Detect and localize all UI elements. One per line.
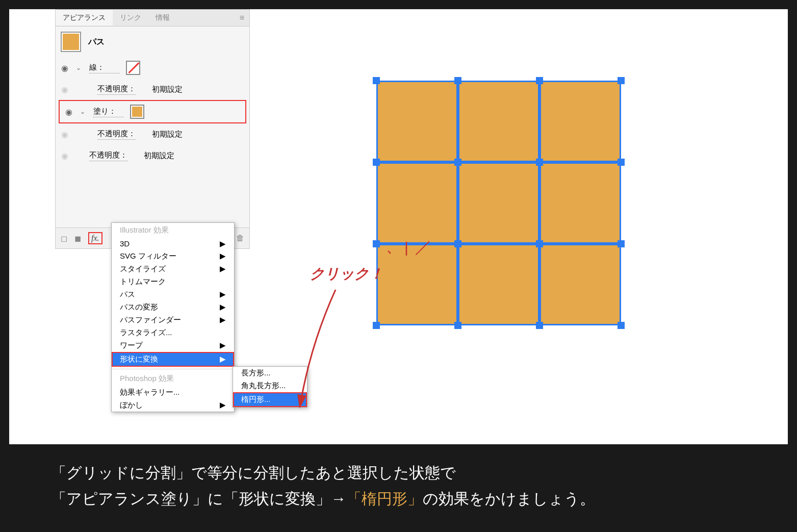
grid-cell[interactable] [376,81,458,162]
selection-handle[interactable] [536,240,543,247]
panel-body: パス ◉ ⌄ 線： ◉ 不透明度： 初期設定 ◉ ⌄ 塗り： ◉ [56,27,249,248]
selection-handle[interactable] [454,240,461,247]
canvas-area: アピアランス リンク 情報 ≡ パス ◉ ⌄ 線： ◉ 不透明度： 初期設定 [9,9,788,453]
selection-handle[interactable] [618,322,625,329]
object-opacity-row[interactable]: ◉ ⌄ 不透明度： 初期設定 [56,145,249,166]
opacity-label: 不透明度： [97,129,136,140]
opacity-value: 初期設定 [152,130,183,139]
opacity-value: 初期設定 [144,151,174,161]
submenu-rounded-rectangle[interactable]: 角丸長方形... [233,379,307,392]
menu-trimmarks[interactable]: トリムマーク [112,275,234,288]
grid-cell[interactable] [458,81,539,162]
stroke-label: 線： [89,63,120,73]
selection-handle[interactable] [618,77,625,84]
flyout-header-illustrator: Illustrator 効果 [112,223,234,238]
grid-cell[interactable] [539,81,621,162]
menu-svg-filter[interactable]: SVG フィルター▶ [112,250,234,263]
fill-swatch[interactable] [130,105,144,119]
expand-icon[interactable]: ⌄ [80,108,87,115]
submenu-ellipse[interactable]: 楕円形... [233,392,307,407]
menu-pathfinder[interactable]: パスファインダー▶ [112,314,234,326]
fill-row[interactable]: ◉ ⌄ 塗り： [59,100,246,123]
panel-menu-icon[interactable]: ≡ [235,13,249,22]
caption-highlight: 「楕円形」 [346,490,423,507]
selection-handle[interactable] [454,77,461,84]
visibility-icon[interactable]: ◉ [60,151,70,161]
grid-cell[interactable] [458,162,539,244]
opacity-label: 不透明度： [89,150,127,161]
opacity-label: 不透明度： [97,84,136,95]
selection-handle[interactable] [373,322,380,329]
visibility-icon[interactable]: ◉ [60,85,70,94]
trash-icon[interactable]: 🗑 [236,234,244,243]
menu-convert-shape[interactable]: 形状に変換▶ [112,352,234,367]
menu-blur[interactable]: ぼかし▶ [112,399,234,412]
flyout-header-photoshop: Photoshop 効果 [112,371,234,386]
visibility-icon[interactable]: ◉ [60,63,70,73]
fx-flyout-menu: Illustrator 効果 3D▶ SVG フィルター▶ スタイライズ▶ トリ… [111,222,235,412]
selection-handle[interactable] [536,322,543,329]
no-fill-icon[interactable]: ◻ [61,234,67,243]
selection-handle[interactable] [618,159,625,166]
caption-line2c: の効果をかけましょう。 [423,490,595,507]
menu-gallery[interactable]: 効果ギャラリー... [112,386,234,399]
tab-link[interactable]: リンク [113,10,148,26]
fx-button[interactable]: fx. [88,232,102,244]
panel-tabs: アピアランス リンク 情報 ≡ [56,10,249,27]
menu-3d[interactable]: 3D▶ [112,238,234,250]
artwork-grid[interactable] [376,81,621,325]
visibility-icon[interactable]: ◉ [60,130,70,139]
tab-info[interactable]: 情報 [148,10,177,26]
stroke-row[interactable]: ◉ ⌄ 線： [56,57,249,79]
selection-handle[interactable] [373,77,380,84]
grid-cell[interactable] [376,162,458,244]
submenu-rectangle[interactable]: 長方形... [233,367,307,379]
fill-opacity-row[interactable]: ◉ 不透明度： 初期設定 [56,123,249,145]
selection-handle[interactable] [373,159,380,166]
selection-handle[interactable] [536,77,543,84]
selection-handle[interactable] [454,322,461,329]
caption-line1: 「グリッドに分割」で等分に分割したあと選択した状態で [51,464,456,481]
menu-path[interactable]: パス▶ [112,288,234,301]
menu-rasterize[interactable]: ラスタライズ... [112,326,234,339]
stroke-opacity-row[interactable]: ◉ 不透明度： 初期設定 [56,79,249,100]
grid-cell[interactable] [539,162,621,244]
object-swatch [61,32,81,52]
grid-cell[interactable] [539,244,621,325]
selection-handle[interactable] [618,240,625,247]
fill-label: 塗り： [93,107,124,117]
grid-cell[interactable] [458,244,539,325]
click-annotation: クリック！ [310,264,383,284]
emphasis-marks: 、｜ ╱ [387,239,429,257]
menu-stylize[interactable]: スタイライズ▶ [112,263,234,275]
appearance-panel: アピアランス リンク 情報 ≡ パス ◉ ⌄ 線： ◉ 不透明度： 初期設定 [55,9,250,249]
no-stroke-swatch[interactable] [126,61,140,75]
selection-handle[interactable] [373,240,380,247]
menu-warp[interactable]: ワープ▶ [112,339,234,352]
caption-line2a: 「アピアランス塗り」に「形状に変換」→ [51,490,346,507]
solid-fill-icon[interactable]: ◼ [74,234,81,243]
tab-appearance[interactable]: アピアランス [56,10,113,26]
convert-shape-submenu: 長方形... 角丸長方形... 楕円形... [233,366,307,408]
menu-distort[interactable]: パスの変形▶ [112,301,234,314]
selection-handle[interactable] [454,159,461,166]
selection-handle[interactable] [536,159,543,166]
expand-icon[interactable]: ⌄ [76,64,83,71]
opacity-value: 初期設定 [152,85,183,94]
caption: 「グリッドに分割」で等分に分割したあと選択した状態で 「アピアランス塗り」に「形… [0,444,797,532]
object-type: パス [88,37,105,47]
visibility-icon[interactable]: ◉ [64,107,74,117]
